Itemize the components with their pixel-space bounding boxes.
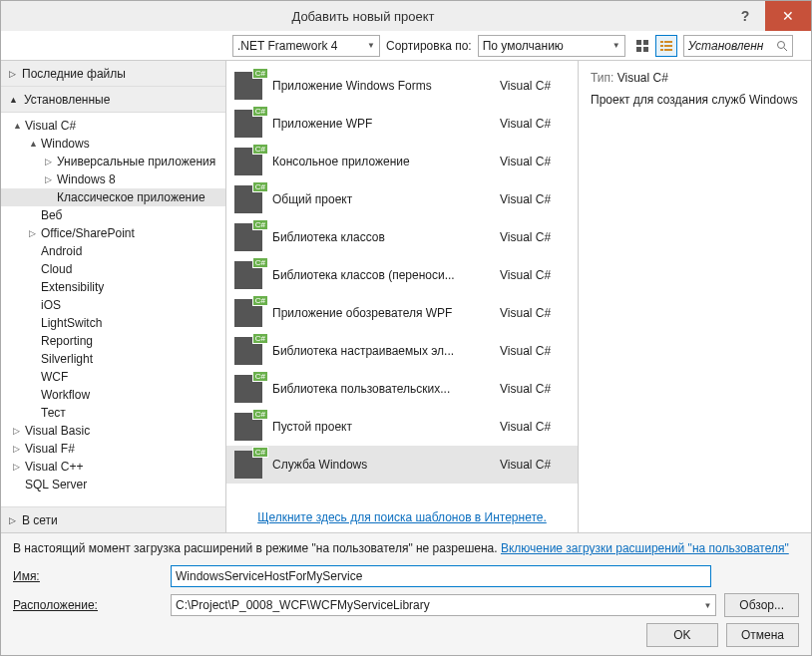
tree-item[interactable]: ▲Visual C# [1,117,225,135]
tree-item-label: Cloud [41,262,72,276]
view-large-icons-button[interactable] [631,35,653,57]
template-lang: Visual C# [500,230,570,244]
warning-link[interactable]: Включение загрузки расширений "на пользо… [501,541,789,555]
tree-item[interactable]: Reporting [1,332,225,350]
tree-item[interactable]: LightSwitch [1,314,225,332]
main-content: ▷ Последние файлы ▲ Установленные ▲Visua… [1,61,811,532]
template-row[interactable]: Приложение WPFVisual C# [226,105,578,143]
browse-button[interactable]: Обзор... [724,593,799,617]
category-column: ▷ Последние файлы ▲ Установленные ▲Visua… [1,61,226,532]
chevron-right-icon: ▷ [9,515,16,525]
type-label: Тип: [591,71,613,85]
cancel-button[interactable]: Отмена [726,623,799,647]
template-icon [234,261,262,289]
template-name: Приложение Windows Forms [272,79,490,93]
tree-item-label: LightSwitch [41,316,102,330]
tree-item[interactable]: Workflow [1,386,225,404]
help-button[interactable]: ? [725,1,765,31]
sort-value: По умолчанию [483,39,564,53]
template-row[interactable]: Библиотека пользовательских...Visual C# [226,370,578,408]
search-icon [776,40,788,52]
tree-item[interactable]: Extensibility [1,278,225,296]
tree-item[interactable]: ▷Visual C++ [1,458,225,476]
template-row[interactable]: Служба WindowsVisual C# [226,446,578,484]
tree-item[interactable]: Классическое приложение [1,188,225,206]
location-label: Расположение: [13,598,163,612]
template-row[interactable]: Библиотека настраиваемых эл...Visual C# [226,332,578,370]
tree-item[interactable]: ▷Windows 8 [1,170,225,188]
svg-rect-0 [636,40,641,45]
tree-item[interactable]: ▷Visual Basic [1,422,225,440]
template-name: Библиотека пользовательских... [272,382,490,396]
tree-item-label: Visual C++ [25,460,83,474]
section-online[interactable]: ▷ В сети [1,506,225,532]
section-recent[interactable]: ▷ Последние файлы [1,61,225,87]
svg-line-11 [784,48,787,51]
svg-rect-4 [660,41,663,43]
expand-icon: ▲ [29,139,41,149]
type-value: Visual C# [617,71,668,85]
search-input[interactable]: Установленн [683,35,793,57]
tree-item[interactable]: iOS [1,296,225,314]
template-name: Пустой проект [272,420,490,434]
section-installed[interactable]: ▲ Установленные [1,87,225,113]
tree-item-label: Windows 8 [57,172,116,186]
template-icon [234,185,262,213]
tree-item-label: iOS [41,298,61,312]
tree-item-label: Классическое приложение [57,190,205,204]
location-combo[interactable]: C:\Project\P_0008_WCF\WCFMyServiceLibrar… [171,594,716,616]
template-name: Приложение WPF [272,117,490,131]
framework-combo[interactable]: .NET Framework 4 ▼ [232,35,380,57]
tree-item[interactable]: WCF [1,368,225,386]
tree-item[interactable]: Android [1,242,225,260]
template-icon [234,451,262,479]
tree-item[interactable]: ▷Office/SharePoint [1,224,225,242]
template-row[interactable]: Общий проектVisual C# [226,180,578,218]
tree-item[interactable]: Тест [1,404,225,422]
template-list[interactable]: Приложение Windows FormsVisual C#Приложе… [226,61,578,502]
template-row[interactable]: Приложение обозревателя WPFVisual C# [226,294,578,332]
tree-item-label: Reporting [41,334,93,348]
tree-item[interactable]: Silverlight [1,350,225,368]
template-lang: Visual C# [500,268,570,282]
template-description: Проект для создания служб Windows [591,93,799,107]
template-lang: Visual C# [500,306,570,320]
tree-item[interactable]: ▷Visual F# [1,440,225,458]
tree-item[interactable]: Cloud [1,260,225,278]
expand-icon: ▷ [45,157,57,166]
template-name: Библиотека классов [272,230,490,244]
close-button[interactable]: ✕ [765,1,811,31]
sort-combo[interactable]: По умолчанию ▼ [478,35,625,57]
online-search-link[interactable]: Щелкните здесь для поиска шаблонов в Инт… [257,510,547,524]
tree-item[interactable]: SQL Server [1,476,225,493]
tree-item[interactable]: ▲Windows [1,135,225,153]
category-tree[interactable]: ▲Visual C#▲Windows▷Универсальные приложе… [1,113,225,506]
template-row[interactable]: Пустой проектVisual C# [226,408,578,446]
titlebar: Добавить новый проект ? ✕ [1,1,811,31]
expand-icon: ▷ [29,228,41,238]
template-row[interactable]: Консольное приложениеVisual C# [226,143,578,180]
template-icon [234,72,262,100]
tree-item-label: Silverlight [41,352,93,366]
tree-item-label: Visual Basic [25,424,90,438]
name-input[interactable] [171,565,711,587]
template-lang: Visual C# [500,382,570,396]
warning-text: В настоящий момент загрузка расширений в… [13,541,799,555]
tree-item-label: Visual F# [25,442,75,456]
template-name: Приложение обозревателя WPF [272,306,490,320]
template-name: Библиотека настраиваемых эл... [272,344,490,358]
template-row[interactable]: Библиотека классовVisual C# [226,218,578,256]
details-column: Тип: Visual C# Проект для создания служб… [578,61,811,532]
tree-item-label: Универсальные приложения [57,155,215,168]
template-row[interactable]: Библиотека классов (переноси...Visual C# [226,256,578,294]
template-row[interactable]: Приложение Windows FormsVisual C# [226,67,578,105]
template-lang: Visual C# [500,79,570,93]
ok-button[interactable]: OK [646,623,718,647]
template-name: Служба Windows [272,458,490,472]
tree-item[interactable]: ▷Универсальные приложения [1,153,225,170]
view-list-button[interactable] [655,35,677,57]
template-lang: Visual C# [500,458,570,472]
tree-item[interactable]: Веб [1,206,225,224]
name-label: Имя: [13,569,163,583]
template-lang: Visual C# [500,155,570,168]
